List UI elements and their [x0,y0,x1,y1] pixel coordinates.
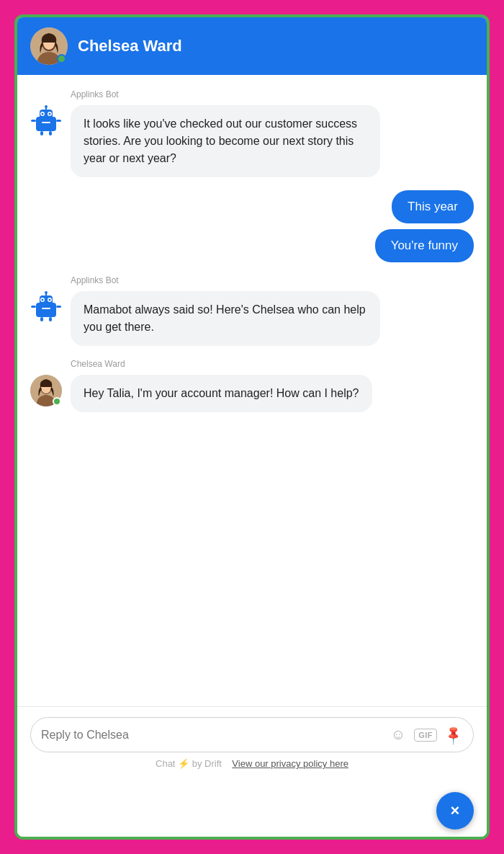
svg-rect-16 [49,131,52,135]
bot-message-group-2: Applinks Bot [30,275,474,346]
input-row: ☺ GIF 📌 [30,717,474,752]
footer-prefix: Chat [156,758,175,769]
emoji-button[interactable]: ☺ [390,725,407,744]
svg-point-23 [42,299,44,301]
svg-rect-27 [56,306,61,308]
gif-label: GIF [418,731,433,739]
svg-rect-25 [42,308,50,309]
bot-avatar-1 [30,105,62,137]
svg-rect-14 [56,120,61,122]
svg-rect-13 [31,120,36,122]
user-messages-group: This year You're funny [30,190,474,262]
bot-bubble-2: Mamabot always said so! Here's Chelsea w… [71,291,380,346]
bot-bubble-1: It looks like you've checked out our cus… [71,105,380,177]
footer: Chat ⚡ by Drift View our privacy policy … [30,752,474,778]
svg-rect-15 [40,131,43,135]
bot-row-2: Mamabot always said so! Here's Chelsea w… [30,291,474,346]
svg-point-7 [45,105,48,108]
bot-sender-label-1: Applinks Bot [71,89,474,99]
svg-rect-29 [49,317,52,321]
attachment-button[interactable]: 📌 [444,726,463,744]
chat-messages-area: Applinks Bot [17,75,487,706]
svg-point-20 [45,291,48,294]
header-online-indicator [57,54,66,63]
gif-button[interactable]: GIF [414,729,437,742]
svg-rect-26 [31,306,36,308]
human-sender-label: Chelsea Ward [71,359,474,369]
footer-bolt: ⚡ [178,758,189,769]
bot-row-1: It looks like you've checked out our cus… [30,105,474,177]
privacy-policy-link[interactable]: View our privacy policy here [232,758,348,769]
human-avatar-wrapper [30,375,62,406]
input-area: ☺ GIF 📌 Chat ⚡ by Drift View our privacy… [17,706,487,785]
header-contact-name: Chelsea Ward [78,37,182,55]
chat-header: Chelsea Ward [17,17,487,75]
reply-input[interactable] [41,729,382,742]
human-message-group: Chelsea Ward [30,359,474,412]
user-bubble-1: This year [392,190,474,223]
bot-sender-label-2: Applinks Bot [71,275,474,285]
chat-widget: Chelsea Ward Applinks Bot [14,14,490,840]
close-icon: × [451,801,460,820]
bottom-spacing: × [17,785,487,837]
user-bubble-2: You're funny [375,229,474,262]
svg-rect-28 [40,317,43,321]
svg-rect-12 [42,122,50,123]
human-bubble: Hey Talia, I'm your account manager! How… [71,375,372,412]
paperclip-icon: 📌 [442,724,464,746]
header-avatar-wrapper [30,27,68,65]
footer-by: by Drift [192,758,222,769]
human-online-indicator [53,397,61,406]
emoji-icon: ☺ [391,726,405,743]
svg-point-11 [49,113,51,115]
close-button[interactable]: × [436,792,474,829]
svg-point-24 [49,299,51,301]
bot-message-group-1: Applinks Bot [30,89,474,177]
human-row: Hey Talia, I'm your account manager! How… [30,375,474,412]
svg-point-10 [42,113,44,115]
bot-avatar-2 [30,291,62,323]
